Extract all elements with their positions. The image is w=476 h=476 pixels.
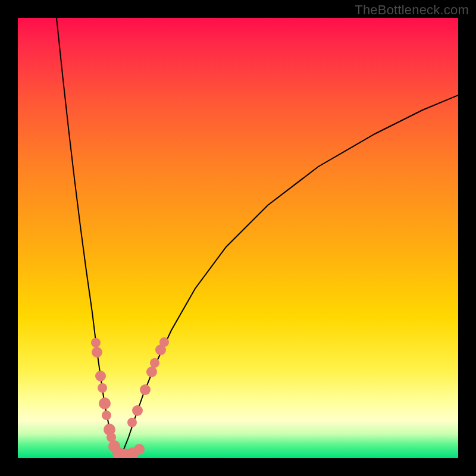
data-marker xyxy=(159,337,169,347)
data-marker xyxy=(140,384,151,395)
data-marker xyxy=(150,358,159,368)
watermark-text: TheBottleneck.com xyxy=(355,2,469,18)
curve-layer xyxy=(18,18,458,458)
left-curve xyxy=(57,18,120,455)
data-marker xyxy=(92,347,102,358)
data-marker xyxy=(132,405,143,416)
chart-frame: TheBottleneck.com xyxy=(0,0,476,476)
data-marker xyxy=(98,383,107,393)
data-marker xyxy=(91,338,101,347)
data-marker xyxy=(99,397,111,409)
data-marker xyxy=(134,444,145,455)
data-marker xyxy=(102,411,111,420)
data-marker xyxy=(146,367,157,377)
data-marker xyxy=(95,371,106,381)
marker-group xyxy=(91,337,169,458)
plot-area xyxy=(18,18,458,458)
right-curve xyxy=(120,95,458,455)
data-marker xyxy=(127,418,137,427)
